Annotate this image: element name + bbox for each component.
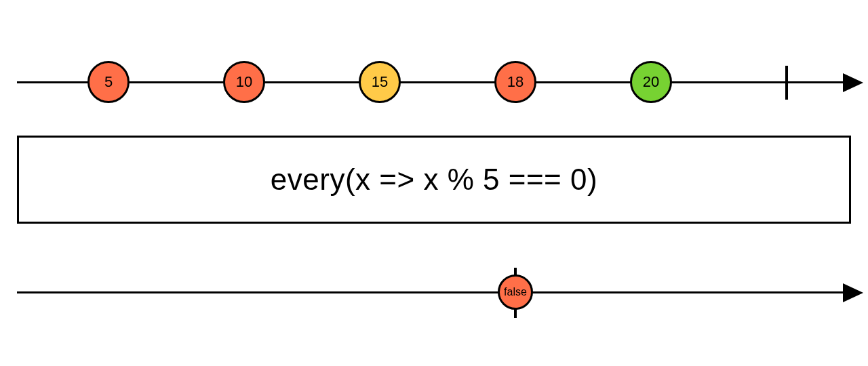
output-timeline-arrowhead <box>843 283 863 302</box>
input-marble-3: 15 <box>359 61 401 103</box>
marble-value: false <box>504 287 527 298</box>
marble-value: 20 <box>643 75 659 89</box>
input-marble-4: 18 <box>494 61 536 103</box>
marble-circle: 5 <box>87 61 130 103</box>
marble-circle: 10 <box>223 61 265 103</box>
marble-value: 18 <box>507 75 524 89</box>
marble-diagram: 5 10 15 18 20 every(x => x % 5 === 0) fa… <box>0 0 868 366</box>
marble-circle: 15 <box>359 61 401 103</box>
input-marble-1: 5 <box>87 61 130 103</box>
marble-circle: false <box>498 274 533 310</box>
marble-circle: 18 <box>494 61 536 103</box>
marble-value: 10 <box>236 75 252 89</box>
output-marble: false <box>498 274 533 310</box>
output-timeline <box>17 291 844 293</box>
marble-circle: 20 <box>630 61 672 103</box>
operator-box: every(x => x % 5 === 0) <box>17 136 851 224</box>
input-marble-5: 20 <box>630 61 672 103</box>
input-complete-tick <box>785 66 788 100</box>
operator-label: every(x => x % 5 === 0) <box>271 163 597 197</box>
marble-value: 5 <box>104 75 113 89</box>
input-marble-2: 10 <box>223 61 265 103</box>
input-timeline <box>17 81 844 83</box>
marble-value: 15 <box>372 75 388 89</box>
input-timeline-arrowhead <box>843 73 863 92</box>
